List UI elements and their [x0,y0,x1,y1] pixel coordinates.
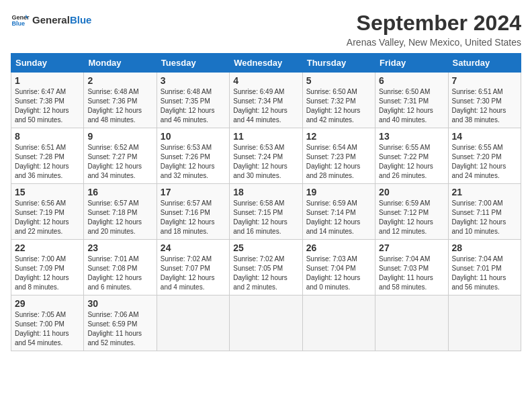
day-number: 25 [233,242,298,253]
day-info: Sunrise: 7:00 AM Sunset: 7:09 PM Dayligh… [15,255,80,292]
day-info: Sunrise: 6:58 AM Sunset: 7:15 PM Dayligh… [233,199,298,236]
day-number: 21 [452,187,517,197]
day-info: Sunrise: 6:50 AM Sunset: 7:31 PM Dayligh… [379,87,444,125]
title-area: September 2024 Arenas Valley, New Mexico… [347,11,521,48]
col-saturday: Saturday [448,54,521,73]
day-number: 1 [15,75,80,86]
day-info: Sunrise: 7:02 AM Sunset: 7:07 PM Dayligh… [161,255,226,292]
day-info: Sunrise: 6:47 AM Sunset: 7:38 PM Dayligh… [15,87,80,125]
day-number: 29 [15,298,80,309]
day-info: Sunrise: 6:55 AM Sunset: 7:20 PM Dayligh… [452,143,517,181]
day-number: 2 [87,75,152,86]
day-info: Sunrise: 6:56 AM Sunset: 7:19 PM Dayligh… [15,199,80,236]
day-number: 11 [233,131,298,142]
calendar-week-5: 29Sunrise: 7:05 AM Sunset: 7:00 PM Dayli… [11,295,521,351]
day-info: Sunrise: 6:48 AM Sunset: 7:35 PM Dayligh… [161,87,226,125]
day-info: Sunrise: 7:01 AM Sunset: 7:08 PM Dayligh… [87,255,152,292]
header-row: Sunday Monday Tuesday Wednesday Thursday… [11,54,521,73]
col-friday: Friday [375,54,448,73]
day-info: Sunrise: 7:03 AM Sunset: 7:04 PM Dayligh… [306,255,371,292]
calendar-week-2: 8Sunrise: 6:51 AM Sunset: 7:28 PM Daylig… [11,128,521,184]
calendar-week-3: 15Sunrise: 6:56 AM Sunset: 7:19 PM Dayli… [11,184,521,240]
table-row: 8Sunrise: 6:51 AM Sunset: 7:28 PM Daylig… [11,128,84,184]
col-thursday: Thursday [302,54,375,73]
day-number: 9 [87,131,152,142]
day-number: 7 [452,75,517,86]
table-row: 10Sunrise: 6:53 AM Sunset: 7:26 PM Dayli… [157,128,229,184]
day-number: 15 [15,187,80,197]
table-row: 22Sunrise: 7:00 AM Sunset: 7:09 PM Dayli… [11,240,84,295]
calendar-week-4: 22Sunrise: 7:00 AM Sunset: 7:09 PM Dayli… [11,240,521,295]
table-row: 12Sunrise: 6:54 AM Sunset: 7:23 PM Dayli… [302,128,375,184]
day-info: Sunrise: 7:06 AM Sunset: 6:59 PM Dayligh… [87,310,152,348]
day-info: Sunrise: 7:00 AM Sunset: 7:11 PM Dayligh… [452,199,517,236]
day-number: 10 [161,131,226,142]
table-row: 27Sunrise: 7:04 AM Sunset: 7:03 PM Dayli… [375,240,448,295]
day-number: 8 [15,131,80,142]
day-info: Sunrise: 6:57 AM Sunset: 7:16 PM Dayligh… [161,199,226,236]
logo-general: General [32,14,70,26]
table-row: 28Sunrise: 7:04 AM Sunset: 7:01 PM Dayli… [448,240,521,295]
col-tuesday: Tuesday [157,54,229,73]
table-row: 24Sunrise: 7:02 AM Sunset: 7:07 PM Dayli… [157,240,229,295]
day-number: 24 [161,242,226,253]
day-number: 5 [306,75,371,86]
table-row [448,295,521,351]
day-info: Sunrise: 7:04 AM Sunset: 7:01 PM Dayligh… [452,255,517,292]
calendar-week-1: 1Sunrise: 6:47 AM Sunset: 7:38 PM Daylig… [11,73,521,128]
table-row: 1Sunrise: 6:47 AM Sunset: 7:38 PM Daylig… [11,73,84,128]
day-info: Sunrise: 6:53 AM Sunset: 7:24 PM Dayligh… [233,143,298,181]
day-info: Sunrise: 6:51 AM Sunset: 7:28 PM Dayligh… [15,143,80,181]
table-row: 30Sunrise: 7:06 AM Sunset: 6:59 PM Dayli… [84,295,157,351]
day-number: 22 [15,242,80,253]
table-row: 23Sunrise: 7:01 AM Sunset: 7:08 PM Dayli… [84,240,157,295]
table-row: 4Sunrise: 6:49 AM Sunset: 7:34 PM Daylig… [230,73,302,128]
table-row: 14Sunrise: 6:55 AM Sunset: 7:20 PM Dayli… [448,128,521,184]
day-number: 3 [161,75,226,86]
day-number: 19 [306,187,371,197]
day-number: 12 [306,131,371,142]
day-number: 23 [87,242,152,253]
logo-icon: General Blue [11,11,30,30]
page-header: General Blue GeneralBlue September 2024 … [11,11,521,48]
col-wednesday: Wednesday [230,54,302,73]
col-sunday: Sunday [11,54,84,73]
table-row: 3Sunrise: 6:48 AM Sunset: 7:35 PM Daylig… [157,73,229,128]
day-info: Sunrise: 6:52 AM Sunset: 7:27 PM Dayligh… [87,143,152,181]
table-row: 7Sunrise: 6:51 AM Sunset: 7:30 PM Daylig… [448,73,521,128]
day-number: 30 [87,298,152,309]
day-number: 20 [379,187,444,197]
day-info: Sunrise: 6:57 AM Sunset: 7:18 PM Dayligh… [87,199,152,236]
day-info: Sunrise: 7:02 AM Sunset: 7:05 PM Dayligh… [233,255,298,292]
day-number: 14 [452,131,517,142]
day-number: 26 [306,242,371,253]
day-info: Sunrise: 7:04 AM Sunset: 7:03 PM Dayligh… [379,255,444,292]
table-row: 17Sunrise: 6:57 AM Sunset: 7:16 PM Dayli… [157,184,229,240]
table-row: 15Sunrise: 6:56 AM Sunset: 7:19 PM Dayli… [11,184,84,240]
month-title: September 2024 [347,11,521,36]
day-number: 4 [233,75,298,86]
table-row: 29Sunrise: 7:05 AM Sunset: 7:00 PM Dayli… [11,295,84,351]
table-row: 2Sunrise: 6:48 AM Sunset: 7:36 PM Daylig… [84,73,157,128]
day-info: Sunrise: 6:51 AM Sunset: 7:30 PM Dayligh… [452,87,517,125]
day-number: 6 [379,75,444,86]
day-info: Sunrise: 6:54 AM Sunset: 7:23 PM Dayligh… [306,143,371,181]
table-row: 25Sunrise: 7:02 AM Sunset: 7:05 PM Dayli… [230,240,302,295]
day-info: Sunrise: 6:49 AM Sunset: 7:34 PM Dayligh… [233,87,298,125]
table-row: 6Sunrise: 6:50 AM Sunset: 7:31 PM Daylig… [375,73,448,128]
day-number: 17 [161,187,226,197]
table-row: 19Sunrise: 6:59 AM Sunset: 7:14 PM Dayli… [302,184,375,240]
col-monday: Monday [84,54,157,73]
table-row [230,295,302,351]
table-row [375,295,448,351]
day-info: Sunrise: 7:05 AM Sunset: 7:00 PM Dayligh… [15,310,80,348]
table-row [302,295,375,351]
svg-text:Blue: Blue [11,20,25,27]
day-number: 13 [379,131,444,142]
table-row [157,295,229,351]
table-row: 9Sunrise: 6:52 AM Sunset: 7:27 PM Daylig… [84,128,157,184]
table-row: 20Sunrise: 6:59 AM Sunset: 7:12 PM Dayli… [375,184,448,240]
table-row: 26Sunrise: 7:03 AM Sunset: 7:04 PM Dayli… [302,240,375,295]
day-number: 18 [233,187,298,197]
table-row: 11Sunrise: 6:53 AM Sunset: 7:24 PM Dayli… [230,128,302,184]
